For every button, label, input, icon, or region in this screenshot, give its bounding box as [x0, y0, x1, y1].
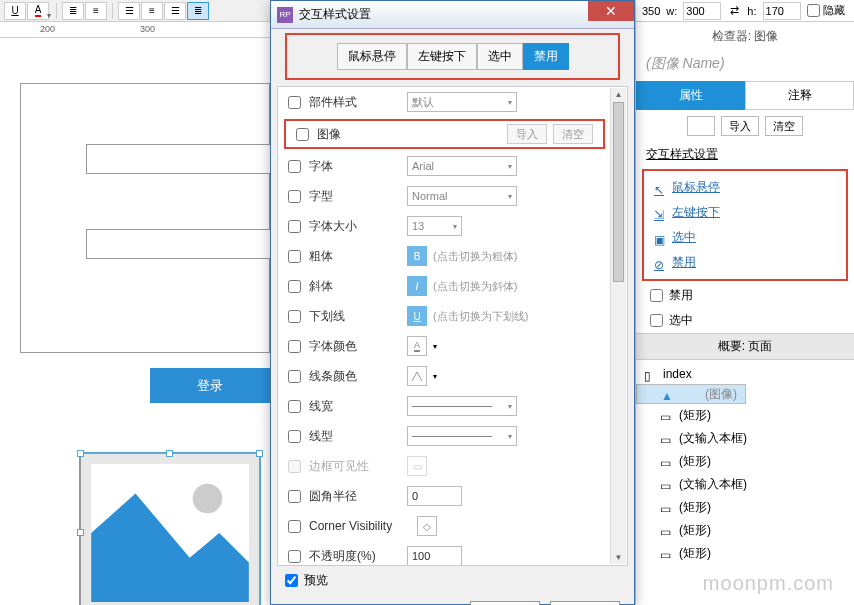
inspector-import-button[interactable]: 导入: [721, 116, 759, 136]
tab-properties[interactable]: 属性: [636, 81, 745, 110]
checkbox-size[interactable]: [288, 220, 301, 233]
checkbox-widget-style[interactable]: [288, 96, 301, 109]
checkbox-font-color[interactable]: [288, 340, 301, 353]
input-corner[interactable]: 0: [407, 486, 462, 506]
dialog-body: ▲ ▼ 部件样式 默认▾ 图像 导入 清空 字体Arial▾ 字型Normal▾…: [277, 86, 628, 566]
text-input-1[interactable]: [86, 144, 270, 174]
rect-icon: ▭: [660, 502, 674, 513]
tree-item-rect[interactable]: ▭(矩形): [636, 404, 854, 427]
tab-selected[interactable]: 选中: [477, 43, 523, 70]
cursor-icon: ↖: [654, 183, 666, 193]
link-disabled[interactable]: ⊘禁用: [654, 250, 836, 275]
blank-button[interactable]: [687, 116, 715, 136]
tree-item-rect[interactable]: ▭(矩形): [636, 542, 854, 565]
ruler-horizontal: 200 300: [0, 22, 270, 38]
position-bar: 350 w: ⇄ h: 隐藏: [636, 0, 854, 22]
cancel-button[interactable]: 取消: [550, 601, 620, 605]
section-interaction-styles: 交互样式设置: [636, 142, 854, 167]
checkbox-bold[interactable]: [288, 250, 301, 263]
inspector-title: 检查器: 图像: [636, 22, 854, 51]
checkbox-opacity[interactable]: [288, 550, 301, 563]
checkbox-style[interactable]: [288, 190, 301, 203]
tree-item-input[interactable]: ▭(文输入本框): [636, 473, 854, 496]
checkbox-line-color[interactable]: [288, 370, 301, 383]
tab-notes[interactable]: 注释: [745, 81, 854, 110]
input-opacity[interactable]: 100: [407, 546, 462, 566]
checkbox-image[interactable]: [296, 128, 309, 141]
align-center-button[interactable]: ≡: [141, 2, 163, 20]
link-mousedown[interactable]: ⇲左键按下: [654, 200, 836, 225]
checkbox-preview[interactable]: [285, 574, 298, 587]
tab-disabled[interactable]: 禁用: [523, 43, 569, 70]
close-button[interactable]: ✕: [588, 1, 634, 21]
select-font[interactable]: Arial▾: [407, 156, 517, 176]
border-vis-btn: ▭: [407, 456, 427, 476]
text-input-2[interactable]: [86, 229, 270, 259]
checkbox-corner[interactable]: [288, 490, 301, 503]
checkbox-corner-vis[interactable]: [288, 520, 301, 533]
link-hover[interactable]: ↖鼠标悬停: [654, 175, 836, 200]
svg-point-1: [193, 484, 223, 514]
x-value: 350: [642, 5, 660, 17]
tree-item-image[interactable]: ▲(图像): [636, 384, 746, 404]
checkbox-font[interactable]: [288, 160, 301, 173]
tree-item-rect[interactable]: ▭(矩形): [636, 519, 854, 542]
rect-icon: ▭: [660, 410, 674, 421]
underline-button[interactable]: U: [4, 2, 26, 20]
checkbox-underline[interactable]: [288, 310, 301, 323]
checkbox-line-type[interactable]: [288, 430, 301, 443]
form-container[interactable]: [20, 83, 270, 353]
italic-toggle[interactable]: I: [407, 276, 427, 296]
row-widget-style: 部件样式 默认▾: [278, 87, 611, 117]
hidden-checkbox[interactable]: [807, 4, 820, 17]
ok-button[interactable]: 确定: [470, 601, 540, 605]
select-icon: ▣: [654, 233, 666, 243]
clear-button[interactable]: 清空: [553, 124, 593, 144]
login-button[interactable]: 登录: [150, 368, 270, 403]
align-right-button[interactable]: ☰: [164, 2, 186, 20]
dialog-titlebar[interactable]: RP 交互样式设置 ✕: [271, 1, 634, 29]
checkbox-border-vis: [288, 460, 301, 473]
font-color-picker[interactable]: A: [407, 336, 427, 356]
inspector-panel: 350 w: ⇄ h: 隐藏 检查器: 图像 (图像 Name) 属性 注释 导…: [635, 0, 854, 605]
font-color-button[interactable]: A: [27, 2, 49, 20]
bold-toggle[interactable]: B: [407, 246, 427, 266]
ruler-tick: 200: [40, 24, 55, 34]
widget-name-hint[interactable]: (图像 Name): [636, 51, 854, 81]
outline-tree: ▯index ▲(图像) ▭(矩形) ▭(文输入本框) ▭(矩形) ▭(文输入本…: [636, 360, 854, 569]
bullet-list-button[interactable]: ≣: [62, 2, 84, 20]
select-size[interactable]: 13▾: [407, 216, 462, 236]
import-button[interactable]: 导入: [507, 124, 547, 144]
select-line-width[interactable]: ▾: [407, 396, 517, 416]
tree-item-input[interactable]: ▭(文输入本框): [636, 427, 854, 450]
tab-hover[interactable]: 鼠标悬停: [337, 43, 407, 70]
tree-item-rect[interactable]: ▭(矩形): [636, 496, 854, 519]
number-list-button[interactable]: ≡: [85, 2, 107, 20]
checkbox-italic[interactable]: [288, 280, 301, 293]
scrollbar[interactable]: ▲ ▼: [610, 88, 626, 564]
checkbox-disable[interactable]: [650, 289, 663, 302]
lock-icon[interactable]: ⇄: [727, 4, 741, 18]
corner-vis-btn[interactable]: ◇: [417, 516, 437, 536]
checkbox-select[interactable]: [650, 314, 663, 327]
line-color-picker[interactable]: [407, 366, 427, 386]
tab-mousedown[interactable]: 左键按下: [407, 43, 477, 70]
tree-item-page[interactable]: ▯index: [636, 364, 854, 384]
row-image: 图像 导入 清空: [284, 119, 605, 149]
align-left-button[interactable]: ☰: [118, 2, 140, 20]
input-icon: ▭: [660, 433, 674, 444]
image-widget[interactable]: [80, 453, 260, 605]
height-input[interactable]: [763, 2, 801, 20]
select-widget-style[interactable]: 默认▾: [407, 92, 517, 112]
underline-toggle[interactable]: U: [407, 306, 427, 326]
link-selected[interactable]: ▣选中: [654, 225, 836, 250]
image-icon: ▲: [661, 389, 675, 400]
align-justify-button[interactable]: ≣: [187, 2, 209, 20]
checkbox-line-width[interactable]: [288, 400, 301, 413]
select-style[interactable]: Normal▾: [407, 186, 517, 206]
select-line-type[interactable]: ▾: [407, 426, 517, 446]
width-input[interactable]: [683, 2, 721, 20]
watermark: moonpm.com: [703, 572, 834, 595]
inspector-clear-button[interactable]: 清空: [765, 116, 803, 136]
tree-item-rect[interactable]: ▭(矩形): [636, 450, 854, 473]
